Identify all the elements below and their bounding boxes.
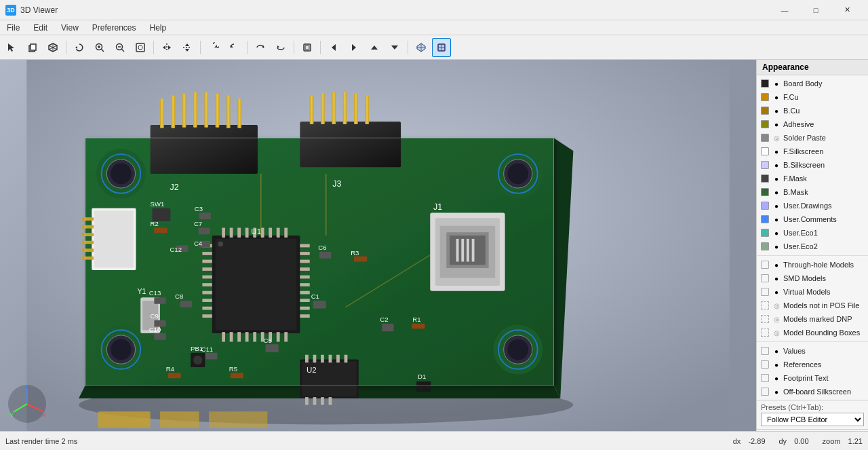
svg-rect-86 <box>472 239 475 262</box>
svg-text:J2: J2 <box>170 183 178 192</box>
menu-file[interactable]: File <box>0 22 26 34</box>
bounding-boxes-eye[interactable]: ◎ <box>772 328 781 337</box>
close-button[interactable]: ✕ <box>831 0 863 20</box>
window-title: 3D Viewer <box>20 5 769 15</box>
appearance-item-solder-paste[interactable]: ◎ Solder Paste <box>757 131 868 145</box>
menu-help[interactable]: Help <box>143 22 174 34</box>
solder-paste-eye[interactable]: ◎ <box>772 133 781 143</box>
appearance-item-user-eco2[interactable]: ● User.Eco2 <box>757 240 868 253</box>
rot-x-cw-button[interactable] <box>251 38 270 57</box>
svg-rect-186 <box>321 397 324 405</box>
nav-right-button[interactable] <box>344 38 363 57</box>
appearance-item-not-in-pos[interactable]: ◎ Models not in POS File <box>757 299 868 312</box>
menu-preferences[interactable]: Preferences <box>85 22 143 34</box>
svg-marker-26 <box>277 45 279 48</box>
user-eco2-eye[interactable]: ● <box>772 242 781 251</box>
appearance-item-bcu[interactable]: ● B.Cu <box>757 104 868 117</box>
virtual-models-eye[interactable]: ● <box>772 287 781 297</box>
values-eye[interactable]: ● <box>772 346 781 356</box>
appearance-item-board-body[interactable]: ● Board Body <box>757 77 868 90</box>
appearance-item-marked-dnp[interactable]: ◎ Models marked DNP <box>757 312 868 326</box>
cursor-button[interactable] <box>3 38 22 57</box>
flip-x-button[interactable] <box>157 38 176 57</box>
adhesive-eye[interactable]: ● <box>772 119 781 129</box>
fsilk-eye[interactable]: ● <box>772 147 781 156</box>
appearance-item-values[interactable]: ● Values <box>757 344 868 358</box>
menu-edit[interactable]: Edit <box>26 22 54 34</box>
fmask-eye[interactable]: ● <box>772 174 781 183</box>
appearance-list: ● Board Body ● F.Cu ● B.Cu ● Adhesive <box>757 75 868 400</box>
appearance-item-fmask[interactable]: ● F.Mask <box>757 172 868 185</box>
off-board-silk-eye[interactable]: ● <box>772 387 781 396</box>
appearance-item-user-eco1[interactable]: ● User.Eco1 <box>757 226 868 240</box>
nav-left-button[interactable] <box>324 38 343 57</box>
toolbar-separator-1 <box>66 41 66 54</box>
appearance-item-bmask[interactable]: ● B.Mask <box>757 185 868 199</box>
board-body-eye[interactable]: ● <box>772 79 781 88</box>
appearance-item-smd-models[interactable]: ● SMD Models <box>757 271 868 285</box>
not-in-pos-eye[interactable]: ◎ <box>772 301 781 310</box>
footprint-text-eye[interactable]: ● <box>772 373 781 383</box>
fcu-swatch <box>761 93 769 101</box>
fsilk-label: F.Silkscreen <box>783 147 823 155</box>
appearance-item-references[interactable]: ● References <box>757 358 868 371</box>
zoom-in-button[interactable] <box>90 38 109 57</box>
zoom-label: zoom <box>823 437 841 445</box>
user-comments-eye[interactable]: ● <box>772 214 781 224</box>
references-eye[interactable]: ● <box>772 360 781 369</box>
through-hole-eye[interactable]: ● <box>772 260 781 269</box>
appearance-item-bounding-boxes[interactable]: ◎ Model Bounding Boxes <box>757 326 868 339</box>
toolbar-separator-4 <box>247 41 248 54</box>
user-eco2-label: User.Eco2 <box>783 242 818 250</box>
bmask-eye[interactable]: ● <box>772 187 781 197</box>
svg-rect-122 <box>245 332 249 341</box>
3d-viewport[interactable]: J2 J3 J1 <box>0 60 756 431</box>
3d-view-button[interactable] <box>43 38 62 57</box>
marked-dnp-eye[interactable]: ◎ <box>772 314 781 324</box>
appearance-item-virtual-models[interactable]: ● Virtual Models <box>757 285 868 299</box>
fcu-eye[interactable]: ● <box>772 92 781 102</box>
appearance-item-footprint-text[interactable]: ● Footprint Text <box>757 371 868 385</box>
refresh-button[interactable] <box>70 38 89 57</box>
appearance-item-user-drawings[interactable]: ● User.Drawings <box>757 199 868 212</box>
smd-models-eye[interactable]: ● <box>772 274 781 283</box>
ortho-button[interactable] <box>432 38 451 57</box>
appearance-item-adhesive[interactable]: ● Adhesive <box>757 117 868 131</box>
zoom-fit-button[interactable] <box>131 38 150 57</box>
zoom-out-button[interactable] <box>111 38 130 57</box>
bsilk-eye[interactable]: ● <box>772 160 781 170</box>
svg-text:PB1: PB1 <box>191 345 203 352</box>
rotate-ccw-button[interactable] <box>224 38 243 57</box>
appearance-item-through-hole[interactable]: ● Through-hole Models <box>757 258 868 271</box>
view-front-button[interactable] <box>298 38 317 57</box>
svg-rect-163 <box>205 353 217 360</box>
svg-point-128 <box>218 242 223 247</box>
appearance-item-bsilk[interactable]: ● B.Silkscreen <box>757 158 868 172</box>
bcu-eye[interactable]: ● <box>772 106 781 115</box>
menu-view[interactable]: View <box>54 22 85 34</box>
svg-rect-92 <box>202 260 212 263</box>
svg-rect-202 <box>160 411 199 428</box>
presets-dropdown[interactable]: Follow PCB Editor <box>761 413 864 426</box>
maximize-button[interactable]: □ <box>800 0 831 20</box>
nav-down-button[interactable] <box>385 38 404 57</box>
svg-rect-167 <box>168 373 181 379</box>
minimize-button[interactable]: — <box>769 0 800 20</box>
footprint-text-label: Footprint Text <box>783 374 828 382</box>
rotate-cw-button[interactable] <box>204 38 223 57</box>
appearance-item-fsilk[interactable]: ● F.Silkscreen <box>757 145 868 158</box>
svg-rect-108 <box>300 307 309 310</box>
fcu-label: F.Cu <box>783 93 799 101</box>
appearance-item-fcu[interactable]: ● F.Cu <box>757 90 868 104</box>
appearance-item-off-board-silk[interactable]: ● Off-board Silkscreen <box>757 385 868 398</box>
user-eco1-eye[interactable]: ● <box>772 228 781 238</box>
copy-button[interactable] <box>23 38 42 57</box>
nav-up-button[interactable] <box>365 38 384 57</box>
flip-y-button[interactable] <box>178 38 197 57</box>
user-drawings-eye[interactable]: ● <box>772 201 781 210</box>
appearance-item-user-comments[interactable]: ● User.Comments <box>757 212 868 226</box>
rot-x-ccw-button[interactable] <box>271 38 290 57</box>
divider-2 <box>757 341 868 342</box>
view-3d-button[interactable] <box>412 38 431 57</box>
bmask-swatch <box>761 188 769 196</box>
